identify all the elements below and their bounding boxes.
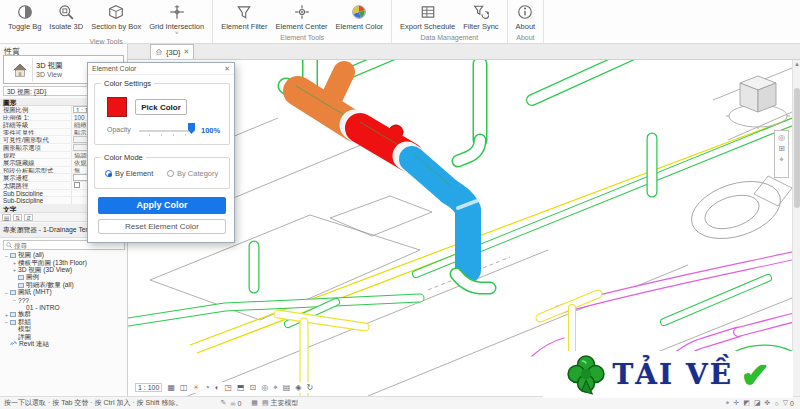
navigation-bar[interactable]: ◎ ⊞ ⌖ (774, 130, 789, 178)
reset-element-color-button[interactable]: Reset Element Color (98, 219, 226, 234)
element-center-button[interactable]: Element Center (271, 2, 331, 33)
element-filter-button[interactable]: Element Filter (217, 2, 271, 33)
crop-region-icon[interactable]: ⬒ (237, 383, 245, 393)
export-schedule-button[interactable]: Export Schedule (396, 2, 459, 33)
sun-path-icon[interactable]: ☀ (193, 383, 200, 393)
element-color-dialog: Element Color ✕ Color Settings Pick Colo… (87, 62, 235, 243)
expander-icon[interactable]: + (11, 260, 18, 266)
select-by-face-icon[interactable]: ◪ (754, 399, 761, 407)
render-icon[interactable]: ◐ (215, 383, 220, 393)
select-pinned-icon[interactable]: ◩ (743, 399, 750, 407)
element-center-icon (294, 4, 310, 20)
pan-icon[interactable]: ⌖ (779, 155, 784, 165)
tree-item-sheets[interactable]: −圖紙 (MHT) (0, 289, 128, 296)
grid-intersection-icon (169, 4, 185, 20)
constraints-icon[interactable]: ◈ (295, 383, 301, 393)
analysis-icon[interactable]: ▤ (283, 383, 291, 393)
zoom-icon[interactable]: ⊞ (778, 144, 785, 153)
element-color-button[interactable]: Element Color (332, 2, 388, 33)
tree-item-revit-links[interactable]: Revit 連結 (0, 341, 128, 348)
about-button[interactable]: About (512, 2, 540, 33)
reveal-hidden-icon[interactable]: ⌖ (273, 383, 278, 393)
ribbon-group-view-tools: Toggle Bg Isolate 3D Section by Box Grid… (0, 0, 213, 43)
section-box-icon (108, 4, 124, 20)
groups-icon (10, 320, 16, 325)
clover-icon (567, 355, 605, 395)
expander-icon[interactable]: + (11, 267, 18, 273)
checkmark-icon: ✔ (741, 358, 770, 392)
sort-ascending-icon[interactable]: ⇅ (13, 214, 22, 221)
opacity-label: Opacity (107, 126, 131, 133)
tree-item-3d-views[interactable]: +3D 視圖 (3D View) (0, 267, 128, 274)
families-icon (10, 312, 16, 317)
element-color-icon (351, 4, 367, 20)
radio-unselected-icon (167, 170, 174, 177)
watermark-text: TẢI VỀ (613, 358, 733, 391)
export-schedule-label: Export Schedule (400, 22, 455, 31)
schedule-icon (18, 283, 24, 288)
grid-intersection-button[interactable]: Grid Intersection ˅ (145, 2, 208, 37)
select-links-icon[interactable]: ⌖ (726, 399, 730, 407)
active-options-icon[interactable]: ▤ (262, 399, 269, 407)
background-process-icon[interactable]: ○ (774, 400, 778, 407)
steering-wheel-icon[interactable]: ◎ (778, 133, 785, 142)
section-by-box-button[interactable]: Section by Box (87, 2, 145, 33)
view-control-bar: 1 : 100 ▦ ◫ ☀ ◔ ◐ ◳ ⬒ ⊡ ◎ ⌖ ▤ ◈ ↻ (132, 382, 316, 393)
visual-style-icon[interactable]: ◫ (180, 383, 188, 393)
ribbon-group-about: About About (508, 0, 545, 43)
expander-icon[interactable]: − (11, 297, 18, 303)
type-family-label: 3D 視圖 (36, 61, 63, 70)
temporary-hide-icon[interactable]: ◎ (261, 383, 268, 393)
dialog-close-icon[interactable]: ✕ (224, 65, 230, 73)
scrollbar-thumb[interactable] (794, 88, 800, 208)
opacity-slider-track[interactable] (139, 130, 195, 132)
expander-icon[interactable]: − (3, 253, 10, 259)
status-hint: 按一下以選取 · 按 Tab 交替 · 按 Ctrl 加入 · 按 Shift … (4, 398, 183, 408)
tree-item-sheet-folder[interactable]: −??? (0, 296, 128, 303)
about-icon (517, 4, 533, 20)
home-view-icon (155, 48, 163, 56)
pick-color-button[interactable]: Pick Color (135, 99, 187, 115)
isolate-3d-button[interactable]: Isolate 3D (45, 2, 87, 33)
detail-level-icon[interactable]: ▦ (167, 383, 175, 393)
element-color-label: Element Color (336, 22, 384, 31)
crop-view-icon[interactable]: ◳ (224, 383, 232, 393)
tab-close-icon[interactable]: ✕ (184, 48, 190, 56)
by-category-radio[interactable]: By Category (167, 169, 218, 178)
sort-descending-icon[interactable]: ⇵ (24, 214, 33, 221)
by-element-radio[interactable]: By Element (105, 169, 153, 178)
element-filter-label: Element Filter (221, 22, 267, 31)
select-underlay-icon[interactable]: ✛ (733, 399, 739, 407)
expander-icon[interactable]: + (3, 312, 10, 318)
export-schedule-icon (420, 4, 436, 20)
expander-icon[interactable]: − (3, 319, 10, 325)
group-by-icon[interactable]: ▤ (2, 214, 11, 221)
about-label: About (516, 22, 536, 31)
worksets-icon[interactable]: ✎ (221, 399, 227, 407)
filter-sync-button[interactable]: Filter Sync (459, 2, 502, 33)
scroll-up-icon[interactable]: ▲ (793, 60, 800, 69)
refresh-icon[interactable]: ↻ (306, 383, 313, 393)
group-label-element-tools: Element Tools (213, 33, 391, 43)
selection-filter-icon[interactable]: ▽ (783, 399, 788, 407)
opacity-slider-thumb[interactable] (188, 123, 195, 134)
color-swatch[interactable] (107, 97, 127, 117)
view-tab-strip: {3D} ✕ (128, 44, 800, 60)
expander-icon[interactable]: − (3, 290, 10, 296)
toggle-bg-button[interactable]: Toggle Bg (4, 2, 45, 33)
type-name-label: 3D View (36, 71, 62, 78)
link-icon (10, 341, 17, 347)
view-scale-control[interactable]: 1 : 100 (135, 383, 162, 392)
tab-3d-view[interactable]: {3D} ✕ (150, 44, 194, 59)
filter-sync-icon (473, 4, 489, 20)
color-mode-group: Color Mode By Element By Category (94, 157, 230, 189)
link-icon[interactable]: ∞ (230, 400, 235, 407)
shadows-icon[interactable]: ◔ (205, 383, 210, 393)
view-cube[interactable] (726, 66, 790, 136)
apply-color-button[interactable]: Apply Color (98, 197, 226, 214)
sun-path-checkbox[interactable] (74, 182, 80, 188)
design-options-icon[interactable]: ▦ (251, 399, 258, 407)
drag-elements-icon[interactable]: ✜ (765, 399, 771, 407)
lock-view-icon[interactable]: ⊡ (250, 383, 257, 393)
vertical-scrollbar[interactable]: ▲ (792, 60, 800, 396)
